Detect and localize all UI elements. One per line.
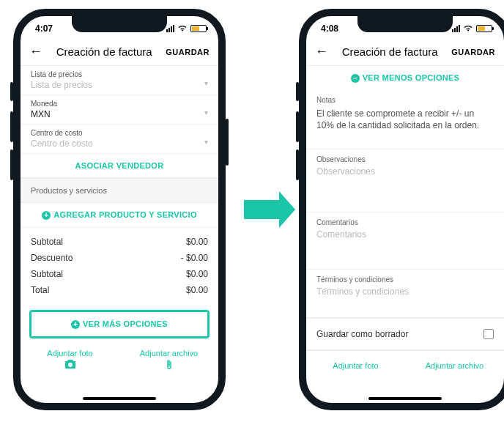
price-list-value: Lista de precios (31, 80, 208, 93)
minus-circle-icon: − (351, 74, 360, 83)
observations-placeholder: Observaciones (316, 166, 494, 177)
cellular-icon (166, 25, 174, 32)
total-value: $0.00 (186, 285, 208, 295)
less-options-button[interactable]: −VER MENOS OPCIONES (306, 66, 504, 90)
currency-value: MXN (31, 109, 208, 122)
save-button[interactable]: GUARDAR (451, 48, 495, 56)
wifi-icon (177, 23, 188, 34)
subtotal2-value: $0.00 (186, 269, 208, 279)
total-label: Total (31, 285, 49, 295)
subtotal-value: $0.00 (186, 237, 208, 247)
paperclip-icon (166, 361, 173, 373)
discount-value: - $0.00 (181, 253, 208, 263)
discount-label: Descuento (31, 253, 73, 263)
comments-field[interactable]: Comentarios Comentarios (306, 212, 504, 270)
terms-placeholder: Términos y condiciones (316, 286, 494, 297)
home-indicator (83, 397, 156, 400)
notch (72, 16, 167, 32)
add-product-button[interactable]: +AGREGAR PRODUCTO Y SERVICIO (21, 203, 218, 228)
notes-field[interactable]: Notas El cliente se compromete a recibir… (306, 90, 504, 149)
attach-photo-button[interactable]: Adjuntar foto (306, 357, 405, 374)
chevron-down-icon: ▾ (204, 138, 208, 146)
cellular-icon (452, 25, 460, 32)
attach-file-button[interactable]: Adjuntar archivo (119, 344, 218, 377)
cost-center-value: Centro de costo (31, 138, 208, 152)
currency-field[interactable]: Moneda MXN ▾ (21, 95, 218, 125)
cost-center-field[interactable]: Centro de costo Centro de costo ▾ (21, 125, 218, 154)
phone-frame-right: 4:08 ← Creación de factura GUARDAR −VER … (299, 9, 504, 410)
arrow-right-icon (244, 200, 281, 219)
attach-file-button[interactable]: Adjuntar archivo (405, 357, 504, 374)
attach-row: Adjuntar foto Adjuntar archivo (306, 350, 504, 380)
observations-field[interactable]: Observaciones Observaciones (306, 149, 504, 212)
battery-icon (476, 25, 492, 32)
back-icon[interactable]: ← (315, 44, 328, 59)
terms-label: Términos y condiciones (316, 275, 494, 284)
clock: 4:07 (35, 23, 53, 34)
page-title: Creación de factura (56, 45, 152, 58)
price-list-field[interactable]: Lista de precios Lista de precios ▾ (21, 66, 218, 95)
comments-placeholder: Comentarios (316, 229, 494, 240)
phone-frame-left: 4:07 ← Creación de factura GUARDAR Lista… (13, 9, 226, 410)
terms-field[interactable]: Términos y condiciones Términos y condic… (306, 270, 504, 318)
attach-photo-button[interactable]: Adjuntar foto (21, 344, 119, 377)
chevron-down-icon: ▾ (204, 108, 208, 116)
products-section-header: Productos y servicios (21, 178, 218, 203)
wifi-icon (463, 23, 473, 34)
associate-seller-button[interactable]: ASOCIAR VENDEDOR (21, 154, 218, 178)
form-scroll[interactable]: Lista de precios Lista de precios ▾ Mone… (21, 66, 218, 394)
notch (357, 16, 453, 32)
chevron-down-icon: ▾ (204, 79, 208, 87)
save-draft-checkbox[interactable] (483, 329, 494, 339)
price-list-label: Lista de precios (31, 70, 208, 78)
form-scroll[interactable]: −VER MENOS OPCIONES Notas El cliente se … (306, 66, 504, 394)
currency-label: Moneda (31, 100, 208, 108)
transition-arrow (233, 200, 292, 219)
comments-label: Comentarios (316, 218, 494, 226)
home-indicator (368, 397, 442, 400)
subtotal-label: Subtotal (31, 237, 63, 247)
camera-icon (64, 360, 76, 371)
attach-row: Adjuntar foto Adjuntar archivo (21, 344, 218, 377)
back-icon[interactable]: ← (29, 44, 42, 59)
save-draft-row[interactable]: Guardar como borrador (306, 318, 504, 350)
plus-circle-icon: + (42, 211, 51, 220)
app-bar: ← Creación de factura GUARDAR (21, 38, 218, 66)
observations-label: Observaciones (316, 155, 494, 163)
subtotal2-label: Subtotal (31, 269, 63, 279)
more-options-button[interactable]: +VER MÁS OPCIONES (31, 311, 208, 337)
app-bar: ← Creación de factura GUARDAR (306, 38, 504, 66)
page-title: Creación de factura (342, 45, 438, 58)
plus-circle-icon: + (71, 320, 80, 329)
notes-label: Notas (316, 96, 494, 104)
notes-text: El cliente se compromete a recibir +/- u… (316, 107, 494, 136)
battery-icon (190, 25, 207, 32)
clock: 4:08 (321, 23, 338, 34)
totals-block: Subtotal$0.00 Descuento- $0.00 Subtotal$… (21, 228, 218, 304)
save-draft-label: Guardar como borrador (316, 329, 408, 339)
save-button[interactable]: GUARDAR (166, 48, 210, 56)
cost-center-label: Centro de costo (31, 129, 208, 137)
